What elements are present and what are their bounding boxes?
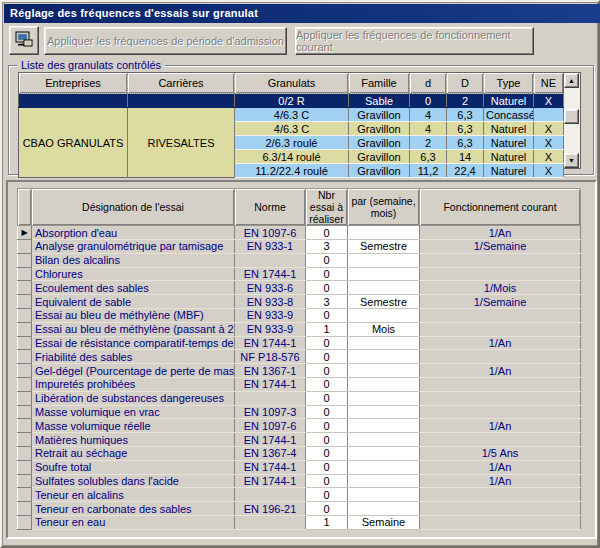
periode-cell[interactable] <box>348 433 420 447</box>
test-row[interactable]: ▶Absorption d'eauEN 1097-601/An <box>18 226 581 240</box>
test-row[interactable]: Matières humiquesEN 1744-10 <box>18 433 581 447</box>
fonctionnement-cell[interactable]: 1/An <box>420 474 581 488</box>
row-selector-cell[interactable] <box>18 308 32 322</box>
norme-cell[interactable]: EN 1367-4 <box>235 446 306 460</box>
row-selector-cell[interactable] <box>18 474 32 488</box>
scrollbar-down-button[interactable]: ▼ <box>564 153 579 168</box>
type-cell[interactable]: Naturel <box>484 94 534 108</box>
type-cell[interactable]: Naturel <box>484 122 534 136</box>
ne-cell[interactable]: X <box>534 94 564 108</box>
nbr-essai-cell[interactable]: 0 <box>306 308 348 322</box>
carriere-cell[interactable] <box>128 94 235 108</box>
row-selector-cell[interactable] <box>18 433 32 447</box>
granulats-scrollbar[interactable]: ▲ ▼ <box>564 72 581 169</box>
nbr-essai-cell[interactable]: 0 <box>306 488 348 502</box>
row-selector-cell[interactable] <box>18 419 32 433</box>
designation-cell[interactable]: Teneur en eau <box>32 515 235 529</box>
test-row[interactable]: Equivalent de sableEN 933-83Semestre1/Se… <box>18 295 581 309</box>
fonctionnement-cell[interactable] <box>420 433 581 447</box>
periode-cell[interactable]: Mois <box>348 322 420 336</box>
granulat-cell[interactable]: 4/6.3 C <box>235 122 349 136</box>
D-cell[interactable]: 6,3 <box>447 122 484 136</box>
d-cell[interactable]: 4 <box>410 108 447 122</box>
test-row[interactable]: Friabilité des sablesNF P18-5760 <box>18 350 581 364</box>
d-cell[interactable]: 2 <box>410 136 447 150</box>
norme-cell[interactable] <box>235 391 306 405</box>
print-preview-button[interactable] <box>9 26 39 55</box>
nbr-essai-cell[interactable]: 1 <box>306 322 348 336</box>
periode-cell[interactable] <box>348 419 420 433</box>
periode-cell[interactable] <box>348 226 420 240</box>
fonctionnement-cell[interactable] <box>420 515 581 529</box>
norme-cell[interactable]: EN 933-6 <box>235 281 306 295</box>
periode-cell[interactable] <box>348 350 420 364</box>
nbr-essai-cell[interactable]: 0 <box>306 460 348 474</box>
periode-cell[interactable]: Semestre <box>348 295 420 309</box>
designation-cell[interactable]: Analyse granulométrique par tamisage <box>32 239 235 253</box>
row-selector-cell[interactable] <box>18 502 32 516</box>
designation-cell[interactable]: Chlorures <box>32 267 235 281</box>
nbr-essai-cell[interactable]: 3 <box>306 239 348 253</box>
fonctionnement-cell[interactable]: 1/An <box>420 336 581 350</box>
test-row[interactable]: Gel-dégel (Pourcentage de perte de masse… <box>18 364 581 378</box>
norme-cell[interactable]: EN 933-9 <box>235 322 306 336</box>
norme-cell[interactable]: EN 933-9 <box>235 308 306 322</box>
periode-cell[interactable] <box>348 474 420 488</box>
d-cell[interactable]: 11,2 <box>410 164 447 178</box>
carriere-cell[interactable]: RIVESALTES <box>128 108 235 178</box>
ne-cell[interactable]: X <box>534 164 564 178</box>
test-row[interactable]: Teneur en eau1Semaine <box>18 515 581 529</box>
row-selector-cell[interactable] <box>18 281 32 295</box>
periode-cell[interactable] <box>348 267 420 281</box>
nbr-essai-cell[interactable]: 0 <box>306 502 348 516</box>
nbr-essai-cell[interactable]: 0 <box>306 253 348 267</box>
fonctionnement-cell[interactable] <box>420 308 581 322</box>
nbr-essai-cell[interactable]: 0 <box>306 226 348 240</box>
row-selector-cell[interactable] <box>18 239 32 253</box>
designation-cell[interactable]: Retrait au séchage <box>32 446 235 460</box>
periode-cell[interactable] <box>348 446 420 460</box>
row-selector-cell[interactable]: ▶ <box>18 226 32 240</box>
nbr-essai-cell[interactable]: 0 <box>306 267 348 281</box>
d-cell[interactable]: 6,3 <box>410 150 447 164</box>
norme-cell[interactable]: EN 196-21 <box>235 502 306 516</box>
periode-cell[interactable]: Semaine <box>348 515 420 529</box>
fonctionnement-cell[interactable] <box>420 502 581 516</box>
D-cell[interactable]: 2 <box>447 94 484 108</box>
periode-cell[interactable] <box>348 377 420 391</box>
row-selector-cell[interactable] <box>18 446 32 460</box>
fonctionnement-cell[interactable]: 1/5 Ans <box>420 446 581 460</box>
nbr-essai-cell[interactable]: 0 <box>306 336 348 350</box>
designation-cell[interactable]: Essai au bleu de méthylène (MBF) <box>32 308 235 322</box>
test-row[interactable]: Soufre totalEN 1744-101/An <box>18 460 581 474</box>
norme-cell[interactable]: EN 1367-1 <box>235 364 306 378</box>
granulat-cell[interactable]: 6.3/14 roulé <box>235 150 349 164</box>
fonctionnement-cell[interactable] <box>420 488 581 502</box>
norme-cell[interactable]: EN 1744-1 <box>235 377 306 391</box>
row-selector-cell[interactable] <box>18 377 32 391</box>
D-cell[interactable]: 22,4 <box>447 164 484 178</box>
nbr-essai-cell[interactable]: 0 <box>306 405 348 419</box>
norme-cell[interactable]: EN 933-1 <box>235 239 306 253</box>
norme-cell[interactable]: EN 933-8 <box>235 295 306 309</box>
row-selector-cell[interactable] <box>18 391 32 405</box>
row-selector-cell[interactable] <box>18 253 32 267</box>
designation-cell[interactable]: Ecoulement des sables <box>32 281 235 295</box>
test-row[interactable]: Essai au bleu de méthylène (passant à 2m… <box>18 322 581 336</box>
D-cell[interactable]: 6,3 <box>447 108 484 122</box>
periode-cell[interactable] <box>348 364 420 378</box>
norme-cell[interactable] <box>235 253 306 267</box>
granulat-cell[interactable]: 0/2 R <box>235 94 349 108</box>
nbr-essai-cell[interactable]: 1 <box>306 515 348 529</box>
test-row[interactable]: Essai de résistance comparatif-temps de … <box>18 336 581 350</box>
granulat-cell[interactable]: 2/6.3 roulé <box>235 136 349 150</box>
designation-cell[interactable]: Masse volumique en vrac <box>32 405 235 419</box>
type-cell[interactable]: Naturel <box>484 164 534 178</box>
test-row[interactable]: Analyse granulométrique par tamisageEN 9… <box>18 239 581 253</box>
test-row[interactable]: Teneur en carbonate des sablesEN 196-210 <box>18 502 581 516</box>
periode-cell[interactable] <box>348 391 420 405</box>
famille-cell[interactable]: Gravillon <box>349 150 410 164</box>
designation-cell[interactable]: Absorption d'eau <box>32 226 235 240</box>
periode-cell[interactable] <box>348 460 420 474</box>
D-cell[interactable]: 14 <box>447 150 484 164</box>
